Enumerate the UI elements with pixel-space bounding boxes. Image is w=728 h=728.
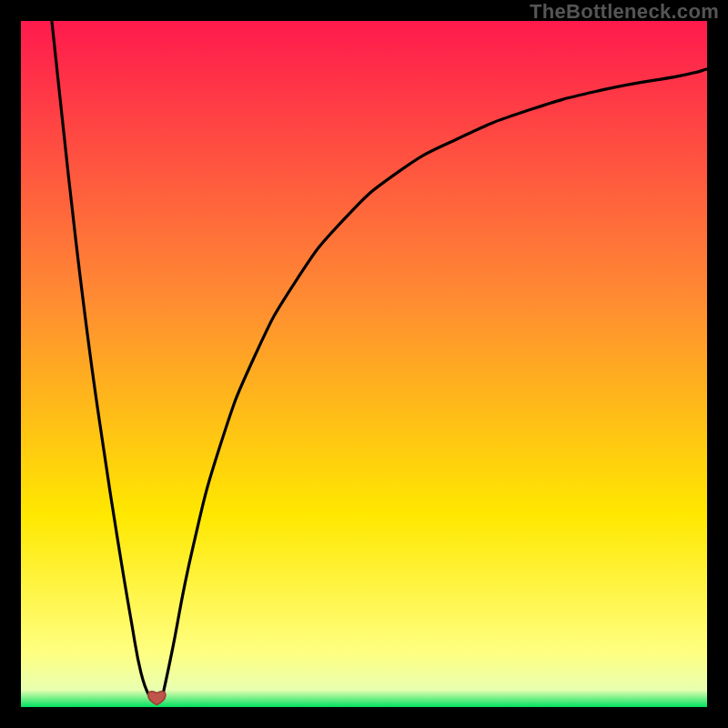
plot-area (21, 21, 707, 707)
chart-frame: TheBottleneck.com (0, 0, 728, 728)
plot-svg (21, 21, 707, 707)
gradient-background (21, 21, 707, 707)
watermark-text: TheBottleneck.com (530, 0, 719, 24)
